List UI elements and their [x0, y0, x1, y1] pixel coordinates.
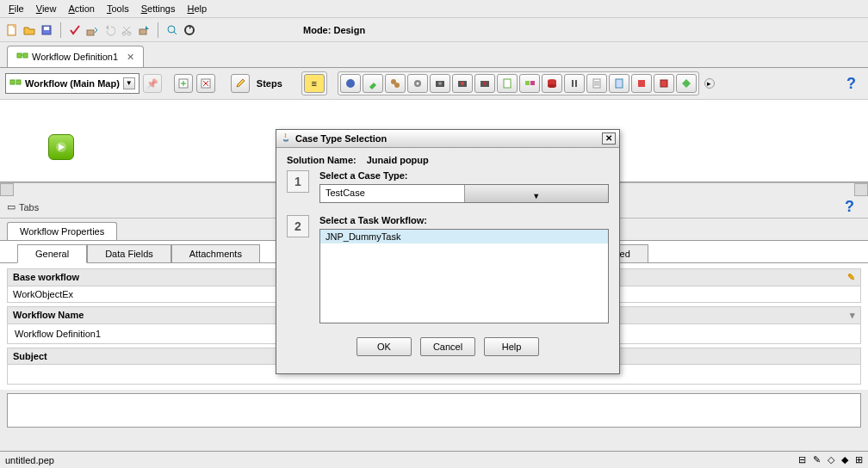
subtab-attachments[interactable]: Attachments [171, 244, 260, 262]
cut-icon[interactable] [120, 23, 133, 37]
help-icon[interactable]: ? [846, 75, 856, 93]
menu-help[interactable]: Help [182, 2, 212, 15]
status-icons: ⊟ ✎ ◇ ◆ ⊞ [798, 454, 863, 465]
status-icon-5[interactable]: ⊞ [855, 454, 863, 465]
menubar: File View Action Tools Settings Help [0, 0, 868, 18]
steps-button[interactable]: Steps [253, 77, 286, 90]
tool-pause-icon[interactable] [564, 74, 585, 93]
required-icon: ▾ [850, 310, 855, 321]
tool-red2-icon[interactable] [654, 74, 674, 93]
tool-chain-icon[interactable] [385, 74, 406, 93]
svg-rect-31 [548, 81, 556, 86]
svg-rect-38 [660, 80, 667, 87]
status-icon-3[interactable]: ◇ [828, 454, 834, 465]
svg-rect-21 [436, 81, 444, 87]
svg-rect-25 [480, 81, 489, 87]
tool-gear-icon[interactable] [407, 74, 428, 93]
launch-icon[interactable] [137, 23, 151, 37]
palette-list-icon[interactable]: ≡ [304, 74, 325, 93]
start-node[interactable] [48, 134, 74, 160]
editor-area[interactable] [7, 393, 861, 428]
tabs-icon: ▭ [7, 201, 16, 212]
tool-circle-icon[interactable] [340, 74, 361, 93]
workflow-combo-label: Workflow (Main Map) [25, 78, 120, 89]
tool-camera3-icon[interactable] [474, 74, 495, 93]
validate-icon[interactable] [68, 23, 82, 37]
tool-sheet-icon[interactable] [586, 74, 607, 93]
menu-tools[interactable]: Tools [102, 2, 134, 15]
tool-plug-icon[interactable] [363, 74, 383, 93]
new-icon[interactable] [5, 23, 19, 37]
tool-doc-icon[interactable] [497, 74, 518, 93]
zoom-icon[interactable] [165, 23, 179, 37]
doc-tab-label: Workflow Definition1 [32, 52, 118, 62]
tool-camera2-icon[interactable] [452, 74, 473, 93]
menu-view[interactable]: View [31, 2, 62, 15]
refresh-icon[interactable] [183, 23, 196, 37]
scroll-left-icon[interactable] [0, 183, 14, 196]
svg-point-8 [168, 26, 175, 33]
subtab-general[interactable]: General [17, 244, 87, 263]
task-workflow-item[interactable]: JNP_DummyTask [320, 230, 608, 243]
tool-red1-icon[interactable] [631, 74, 652, 93]
workflow-icon [16, 50, 28, 64]
svg-point-6 [127, 32, 131, 35]
help-icon[interactable]: ? [845, 198, 854, 216]
toolbar-separator [158, 22, 158, 38]
delete-icon[interactable] [196, 74, 215, 93]
menu-settings[interactable]: Settings [136, 2, 181, 15]
tool-page-icon[interactable] [609, 74, 629, 93]
main-toolbar: Mode: Design [0, 18, 868, 42]
workflow-toolbar: Workflow (Main Map) ▼ 📌 Steps ≡ ▸ ? [0, 68, 868, 100]
pin-icon[interactable]: 📌 [143, 74, 162, 93]
dialog-buttons: OK Cancel Help [287, 329, 609, 366]
undo-icon[interactable] [102, 23, 116, 37]
tool-db-icon[interactable] [542, 74, 562, 93]
svg-point-19 [414, 80, 421, 87]
svg-rect-37 [638, 80, 645, 87]
open-icon[interactable] [22, 23, 36, 37]
status-file: untitled.pep [5, 455, 54, 465]
dropdown-icon[interactable]: ▼ [123, 77, 135, 89]
dialog-titlebar[interactable]: Case Type Selection ✕ [276, 130, 619, 148]
subtab-datafields[interactable]: Data Fields [87, 244, 171, 262]
svg-rect-12 [10, 80, 15, 84]
edit-icon[interactable]: ✎ [847, 272, 855, 283]
scroll-right-icon[interactable] [854, 183, 868, 196]
help-button[interactable]: Help [484, 337, 539, 356]
svg-rect-27 [504, 79, 511, 88]
svg-rect-13 [16, 80, 21, 84]
edit-icon[interactable] [231, 74, 250, 93]
status-icon-2[interactable]: ✎ [813, 454, 821, 465]
transfer-icon[interactable] [85, 23, 99, 37]
save-icon[interactable] [40, 23, 53, 37]
doc-tab[interactable]: Workflow Definition1 ✕ [7, 46, 144, 67]
close-tab-icon[interactable]: ✕ [127, 52, 134, 63]
ok-button[interactable]: OK [356, 337, 412, 356]
add-icon[interactable] [174, 74, 193, 93]
tool-camera-icon[interactable] [430, 74, 450, 93]
tab-workflow-properties[interactable]: Workflow Properties [7, 222, 117, 240]
svg-rect-0 [8, 25, 16, 35]
task-workflow-list[interactable]: JNP_DummyTask [319, 229, 609, 323]
case-type-combo[interactable]: TestCase ▼ [319, 184, 609, 203]
dropdown-icon[interactable]: ▼ [464, 185, 609, 202]
status-icon-1[interactable]: ⊟ [798, 454, 806, 465]
dialog-title: Case Type Selection [295, 133, 387, 144]
doc-tabstrip: Workflow Definition1 ✕ [0, 42, 868, 68]
svg-point-17 [391, 79, 396, 84]
svg-point-26 [483, 82, 487, 85]
tool-node-icon[interactable] [519, 74, 540, 93]
menu-action[interactable]: Action [63, 2, 100, 15]
cancel-button[interactable]: Cancel [420, 337, 475, 356]
tool-diamond-icon[interactable] [676, 74, 697, 93]
svg-rect-23 [458, 81, 467, 87]
more-icon[interactable]: ▸ [704, 78, 715, 89]
workflow-combo[interactable]: Workflow (Main Map) ▼ [5, 73, 140, 94]
dialog-body: Solution Name: Junaid popup 1 Select a C… [276, 148, 619, 373]
close-icon[interactable]: ✕ [602, 132, 616, 145]
svg-rect-28 [525, 81, 530, 85]
solution-name-label: Solution Name: [287, 155, 356, 165]
menu-file[interactable]: File [3, 2, 29, 15]
status-icon-4[interactable]: ◆ [841, 454, 848, 465]
